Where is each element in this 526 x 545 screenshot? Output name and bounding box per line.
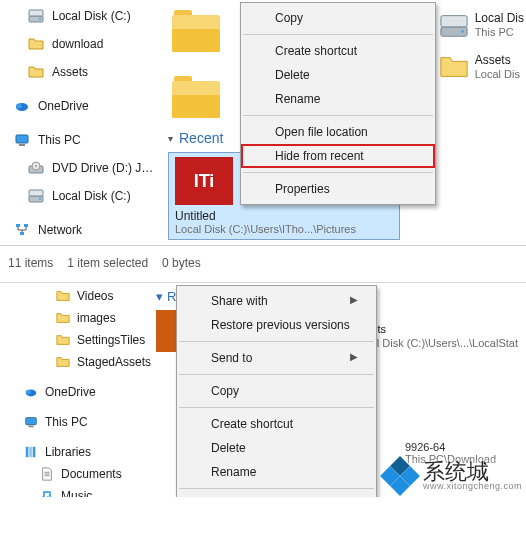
nav-item-music[interactable]: Music (0, 485, 152, 497)
nav-item-label: Music (61, 490, 92, 497)
menu-item-share-with[interactable]: Share with▶ (177, 289, 376, 313)
menu-item-rename[interactable]: Rename (177, 460, 376, 484)
menu-item-open-file-location[interactable]: Open file location (241, 120, 435, 144)
watermark-logo-icon (383, 459, 417, 493)
nav-item-label: Libraries (45, 446, 91, 458)
right-item[interactable]: Local DisThis PC (439, 10, 524, 40)
nav-item-documents[interactable]: Documents (0, 463, 152, 485)
library-icon (24, 445, 38, 459)
pc-icon (24, 415, 38, 429)
recent-header-letter: R (167, 289, 176, 304)
nav-item-this-pc[interactable]: This PC (0, 126, 158, 154)
menu-separator (179, 374, 374, 375)
nav-item-this-pc[interactable]: This PC (0, 411, 152, 433)
drive-icon (28, 188, 44, 204)
folder-big-icon (439, 52, 469, 82)
top-explorer-panel: Local Disk (C:)downloadAssetsOneDriveThi… (0, 0, 526, 245)
menu-separator (179, 341, 374, 342)
nav-item-stagedassets[interactable]: StagedAssets (0, 351, 152, 373)
nav-item-label: Network (38, 223, 82, 237)
menu-separator (243, 172, 433, 173)
menu-item-restore-previous-versions[interactable]: Restore previous versions (177, 313, 376, 337)
nav-item-images[interactable]: images (0, 307, 152, 329)
hdd-icon (439, 10, 469, 40)
svg-rect-25 (33, 447, 36, 458)
svg-point-9 (35, 165, 37, 167)
menu-separator (179, 488, 374, 489)
nav-item-label: This PC (38, 133, 81, 147)
nav-item-label: Assets (52, 65, 88, 79)
folder-icon (56, 355, 70, 369)
nav-item-assets[interactable]: Assets (0, 58, 158, 86)
svg-point-4 (16, 104, 22, 109)
menu-item-rename[interactable]: Rename (241, 87, 435, 111)
right-item[interactable]: AssetsLocal Dis (439, 52, 524, 82)
folder-icon[interactable] (172, 76, 220, 118)
menu-separator (243, 115, 433, 116)
nav-tree-bottom: VideosimagesSettingsTilesStagedAssetsOne… (0, 283, 152, 497)
menu-separator (243, 34, 433, 35)
right-item-sub: This PC (475, 26, 524, 39)
nav-item-onedrive[interactable]: OneDrive (0, 381, 152, 403)
nav-item-label: OneDrive (45, 386, 96, 398)
nav-item-label: Local Disk (C:) (52, 189, 131, 203)
recent-item-path: Local Disk (C:)\Users\ITho...\Pictures (175, 223, 393, 235)
menu-item-open-file-location[interactable]: Open file location (177, 493, 376, 497)
svg-rect-22 (28, 426, 33, 428)
nav-item-local-disk-c-[interactable]: Local Disk (C:) (0, 182, 158, 210)
nav-item-local-disk-c-[interactable]: Local Disk (C:) (0, 2, 158, 30)
network-icon (14, 222, 30, 238)
svg-point-2 (39, 18, 41, 20)
menu-item-create-shortcut[interactable]: Create shortcut (241, 39, 435, 63)
recent-item-name: Untitled (175, 209, 393, 223)
nav-tree-top: Local Disk (C:)downloadAssetsOneDriveThi… (0, 0, 158, 245)
menu-item-send-to[interactable]: Send to▶ (177, 346, 376, 370)
submenu-arrow-icon: ▶ (350, 351, 358, 362)
nav-item-settingstiles[interactable]: SettingsTiles (0, 329, 152, 351)
onedrive-icon (24, 385, 38, 399)
menu-item-copy[interactable]: Copy (241, 6, 435, 30)
menu-item-create-shortcut[interactable]: Create shortcut (177, 412, 376, 436)
nav-item-label: download (52, 37, 103, 51)
svg-rect-13 (16, 224, 20, 227)
music-icon (40, 489, 54, 497)
submenu-arrow-icon: ▶ (350, 294, 358, 305)
status-items: 11 items (8, 256, 53, 270)
nav-item-label: images (77, 312, 116, 324)
svg-point-20 (26, 390, 31, 394)
nav-item-network[interactable]: Network (0, 216, 158, 244)
svg-point-12 (39, 198, 41, 200)
menu-item-hide-from-recent[interactable]: Hide from recent (241, 144, 435, 168)
status-size: 0 bytes (162, 256, 201, 270)
nav-item-label: Documents (61, 468, 122, 480)
chevron-down-icon: ▾ (168, 133, 173, 144)
watermark-url: www.xitongcheng.com (423, 482, 522, 490)
watermark: 系统城 www.xitongcheng.com (383, 459, 522, 493)
nav-item-videos[interactable]: Videos (0, 285, 152, 307)
svg-rect-5 (16, 135, 28, 143)
menu-item-delete[interactable]: Delete (177, 436, 376, 460)
asset-sub: Local Disk (C:)\Users\...\LocalStat (353, 337, 518, 351)
nav-item-onedrive[interactable]: OneDrive (0, 92, 158, 120)
nav-item-libraries[interactable]: Libraries (0, 441, 152, 463)
nav-item-label: Local Disk (C:) (52, 9, 131, 23)
drive-icon (28, 8, 44, 24)
watermark-text: 系统城 (423, 462, 522, 482)
folder-icon (56, 333, 70, 347)
nav-item-label: DVD Drive (D:) J_CEN (52, 161, 154, 175)
context-menu-bottom: Share with▶Restore previous versionsSend… (176, 285, 377, 497)
menu-item-copy[interactable]: Copy (177, 379, 376, 403)
nav-item-dvd-drive-d-j-cen[interactable]: DVD Drive (D:) J_CEN (0, 154, 158, 182)
right-item-title: Local Dis (475, 11, 524, 25)
folder-icon (56, 289, 70, 303)
nav-item-download[interactable]: download (0, 30, 158, 58)
right-item-sub: Local Dis (475, 68, 520, 81)
svg-rect-15 (20, 232, 24, 235)
file-number: 9926-64 (405, 441, 496, 453)
menu-item-delete[interactable]: Delete (241, 63, 435, 87)
nav-item-label: Videos (77, 290, 113, 302)
nav-item-label: This PC (45, 416, 88, 428)
folder-icon[interactable] (172, 10, 220, 52)
menu-item-properties[interactable]: Properties (241, 177, 435, 201)
recent-item-thumb: ITi (175, 157, 233, 205)
